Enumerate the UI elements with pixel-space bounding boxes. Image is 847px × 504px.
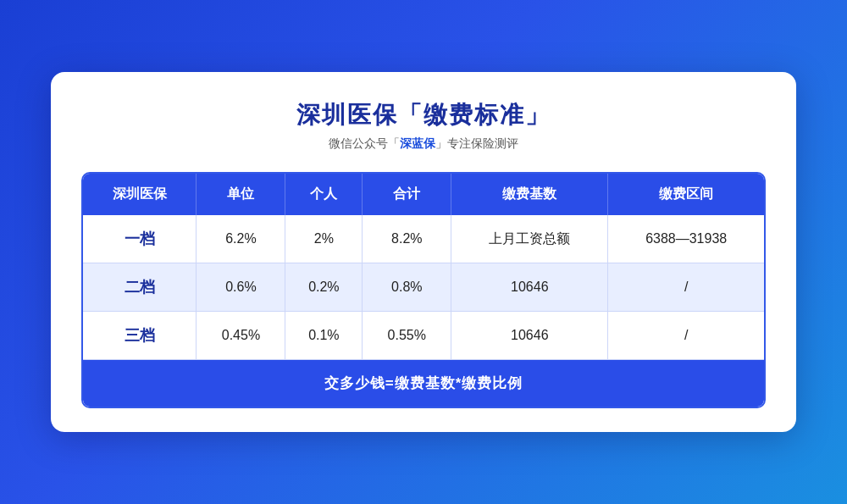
tier-2-label: 二档 <box>83 263 197 312</box>
tier-2-total: 0.8% <box>363 263 451 312</box>
tier-3-label: 三档 <box>83 312 197 360</box>
table-row: 三档 0.45% 0.1% 0.55% 10646 / <box>83 312 764 360</box>
table-body: 一档 6.2% 2% 8.2% 上月工资总额 6388—31938 二档 0.6… <box>83 215 764 407</box>
tier-1-personal: 2% <box>285 215 363 263</box>
tier-3-total: 0.55% <box>363 312 451 360</box>
col-header-base: 缴费基数 <box>451 174 608 215</box>
brand-name: 深蓝保 <box>400 136 435 150</box>
tier-3-unit: 0.45% <box>197 312 285 360</box>
table-row: 一档 6.2% 2% 8.2% 上月工资总额 6388—31938 <box>83 215 764 263</box>
tier-3-range: / <box>608 312 764 360</box>
tier-1-label: 一档 <box>83 215 197 263</box>
subtitle-post: 」专注保险测评 <box>435 136 518 150</box>
col-header-category: 深圳医保 <box>83 174 197 215</box>
tier-1-total: 8.2% <box>363 215 451 263</box>
col-header-personal: 个人 <box>285 174 363 215</box>
col-header-total: 合计 <box>363 174 451 215</box>
tier-1-range: 6388—31938 <box>608 215 764 263</box>
col-header-range: 缴费区间 <box>608 174 764 215</box>
table-header: 深圳医保 单位 个人 合计 缴费基数 缴费区间 <box>83 174 764 215</box>
tier-2-personal: 0.2% <box>285 263 363 312</box>
footer-text: 交多少钱=缴费基数*缴费比例 <box>83 360 764 407</box>
tier-1-unit: 6.2% <box>197 215 285 263</box>
subtitle-pre: 微信公众号「 <box>329 136 400 150</box>
tier-1-base: 上月工资总额 <box>451 215 608 263</box>
col-header-unit: 单位 <box>197 174 285 215</box>
table-row: 二档 0.6% 0.2% 0.8% 10646 / <box>83 263 764 312</box>
fee-table: 深圳医保 单位 个人 合计 缴费基数 缴费区间 一档 6.2% 2% 8.2% … <box>81 172 766 408</box>
tier-2-unit: 0.6% <box>197 263 285 312</box>
tier-3-personal: 0.1% <box>285 312 363 360</box>
tier-3-base: 10646 <box>451 312 608 360</box>
table-footer-row: 交多少钱=缴费基数*缴费比例 <box>83 360 764 407</box>
tier-2-range: / <box>608 263 764 312</box>
subtitle: 微信公众号「深蓝保」专注保险测评 <box>81 136 766 152</box>
page-title: 深圳医保「缴费标准」 <box>81 99 766 131</box>
tier-2-base: 10646 <box>451 263 608 312</box>
main-card: 深圳医保「缴费标准」 微信公众号「深蓝保」专注保险测评 深圳医保 单位 个人 合… <box>51 72 796 432</box>
